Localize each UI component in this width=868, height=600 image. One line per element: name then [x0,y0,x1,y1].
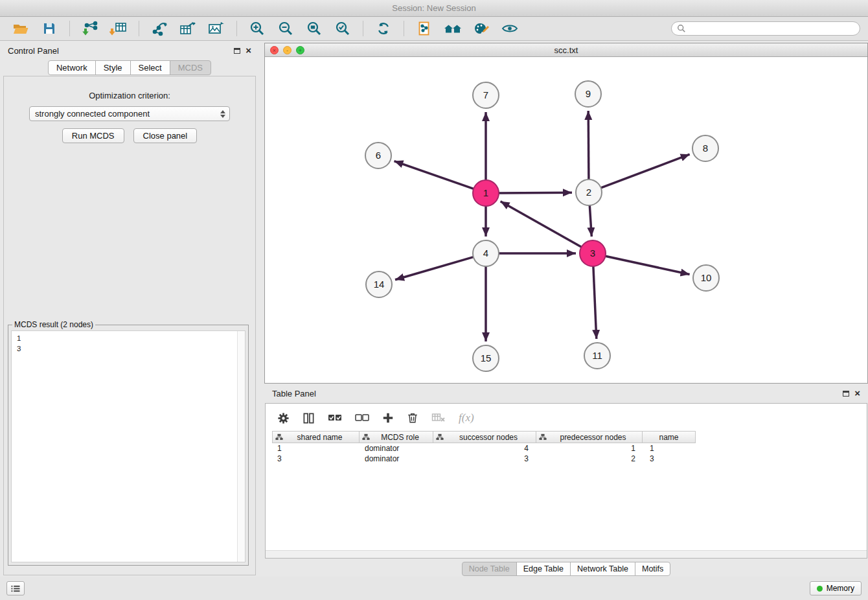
memory-button[interactable]: Memory [810,581,862,595]
export-table-button[interactable] [175,19,201,38]
table-row[interactable]: 3 dominator 3 2 3 [272,454,867,464]
graph-edge-3-10[interactable] [606,256,690,274]
mcds-result-fieldset: MCDS result (2 nodes) 1 3 [8,320,249,566]
zoom-out-button[interactable] [273,19,299,38]
close-panel-icon[interactable]: × [246,47,251,54]
cell-successor-nodes[interactable]: 3 [434,454,538,464]
apply-style-button[interactable] [468,19,494,38]
graph-node-14[interactable]: 14 [366,271,392,297]
show-columns-button[interactable] [303,412,315,424]
graph-edge-1-2[interactable] [499,192,572,193]
cell-name[interactable]: 3 [645,454,698,464]
select-all-button[interactable] [328,413,342,422]
graph-node-3[interactable]: 3 [580,240,606,266]
graph-node-1[interactable]: 1 [473,180,499,206]
export-network-button[interactable] [146,19,172,38]
graph-edge-2-9[interactable] [588,111,589,179]
column-label: shared name [283,433,356,442]
open-folder-icon [12,21,29,36]
tab-style[interactable]: Style [95,60,131,75]
graph-node-7[interactable]: 7 [473,82,499,108]
graph-node-6[interactable]: 6 [365,143,391,168]
optimization-criterion-select[interactable]: strongly connected component [29,106,230,121]
import-network-button[interactable] [77,19,103,38]
zoom-out-icon [278,21,293,36]
table-panel: Table Panel × [264,384,868,577]
cell-mcds-role[interactable]: dominator [360,443,434,454]
close-panel-icon[interactable]: × [854,390,860,397]
search-input[interactable] [689,24,854,33]
close-window-icon[interactable]: × [270,46,279,54]
cell-name[interactable]: 1 [645,443,698,454]
function-builder-button[interactable]: f(x) [459,411,474,424]
column-header-shared-name[interactable]: shared name [272,431,360,443]
graph-node-11[interactable]: 11 [584,343,610,369]
column-header-successor-nodes[interactable]: successor nodes [433,431,536,443]
mcds-result-title: MCDS result (2 nodes) [12,320,95,329]
zoom-selected-button[interactable] [330,19,356,38]
task-history-button[interactable] [6,581,25,595]
export-image-button[interactable] [203,19,229,38]
column-header-name[interactable]: name [642,431,696,443]
graph-edge-4-14[interactable] [395,257,474,280]
graph-node-9[interactable]: 9 [575,81,601,107]
delete-table-button[interactable] [431,412,446,424]
minimize-window-icon[interactable]: - [283,46,291,54]
tab-edge-table[interactable]: Edge Table [516,562,571,576]
refresh-icon [376,21,391,36]
table-horizontal-scrollbar[interactable] [266,550,867,558]
home-button[interactable] [440,19,466,38]
refresh-button[interactable] [371,19,396,38]
graph-edge-1-6[interactable] [394,161,474,189]
cell-shared-name[interactable]: 1 [272,443,360,454]
float-panel-icon[interactable] [843,391,849,397]
open-session-button[interactable] [8,19,34,38]
criterion-value: strongly connected component [35,109,150,119]
graph-node-4[interactable]: 4 [473,240,499,266]
deselect-all-button[interactable] [355,413,369,422]
float-panel-icon[interactable] [234,48,240,54]
cell-mcds-role[interactable]: dominator [360,454,434,464]
tab-motifs[interactable]: Motifs [635,562,670,576]
column-header-predecessor-nodes[interactable]: predecessor nodes [536,431,643,443]
tab-node-table[interactable]: Node Table [462,562,517,576]
zoom-in-button[interactable] [244,19,270,38]
mcds-result-list[interactable]: 1 3 [11,330,246,562]
maximize-window-icon[interactable]: + [296,46,304,54]
table-settings-button[interactable] [277,412,290,424]
tab-select[interactable]: Select [130,60,170,75]
tab-network-table[interactable]: Network Table [570,562,635,576]
cell-predecessor-nodes[interactable]: 1 [538,443,645,454]
show-hide-button[interactable] [497,19,523,38]
cell-shared-name[interactable]: 3 [272,454,360,464]
network-from-selection-button[interactable] [411,19,437,38]
cell-predecessor-nodes[interactable]: 2 [538,454,645,464]
select-all-icon [328,413,342,422]
save-session-button[interactable] [36,19,62,38]
tab-network[interactable]: Network [48,60,96,75]
window-title: Session: New Session [392,3,475,13]
table-row[interactable]: 1 dominator 4 1 1 [272,443,867,454]
delete-column-button[interactable] [407,412,418,424]
zoom-fit-button[interactable] [301,19,327,38]
graph-node-10[interactable]: 10 [693,265,719,291]
import-table-button[interactable] [106,19,131,38]
run-mcds-button[interactable]: Run MCDS [62,128,124,143]
graph-node-8[interactable]: 8 [692,135,718,161]
graph-edge-3-11[interactable] [593,266,597,339]
graph-edge-2-8[interactable] [601,154,690,188]
network-graph[interactable]: 7968124314101511 [265,57,867,383]
cell-successor-nodes[interactable]: 4 [434,443,538,454]
close-panel-button[interactable]: Close panel [133,128,198,143]
graph-edge-3-1[interactable] [501,202,582,247]
graph-edge-2-3[interactable] [589,205,591,237]
column-header-mcds-role[interactable]: MCDS role [359,431,433,443]
memory-label: Memory [827,584,854,593]
result-scrollbar[interactable] [237,331,245,562]
graph-node-2[interactable]: 2 [576,179,602,205]
graph-node-15[interactable]: 15 [473,345,499,371]
tab-mcds[interactable]: MCDS [170,60,211,75]
export-table-icon [179,21,197,36]
add-column-button[interactable] [382,412,394,424]
network-canvas[interactable]: 7968124314101511 [265,57,867,383]
